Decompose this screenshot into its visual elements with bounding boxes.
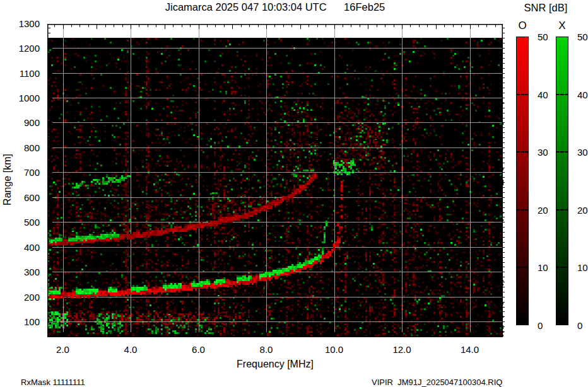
colorbar-tick-label: 0	[577, 320, 588, 331]
rxmask-text: RxMask 11111111	[21, 378, 85, 387]
colorbar-o-label: O	[510, 20, 535, 32]
colorbar-tick-dash	[556, 267, 568, 268]
colorbar-tick-label: 0	[538, 320, 559, 331]
y-tick-label: 400	[7, 242, 40, 253]
y-tick-label: 1200	[7, 43, 40, 54]
colorbar-tick-dash	[516, 151, 529, 153]
y-tick-label: 100	[7, 316, 40, 327]
x-tick-label: 6.0	[182, 344, 215, 355]
source-file-text: VIPIR JM91J_2025047100304.RIQ	[372, 378, 502, 387]
y-tick-label: 200	[7, 292, 40, 303]
x-tick-label: 10.0	[318, 344, 351, 355]
colorbar-tick-label: 20	[577, 205, 588, 216]
y-tick-label: 1000	[7, 93, 40, 103]
colorbar-x-gradient	[556, 37, 568, 325]
x-axis-title: Frequency [MHz]	[212, 359, 338, 370]
x-tick-label: 12.0	[385, 344, 418, 355]
colorbar-tick-label: 50	[577, 32, 588, 42]
colorbar-tick-dash	[516, 209, 529, 211]
x-tick-label: 8.0	[250, 344, 283, 355]
colorbar-tick-label: 30	[577, 147, 588, 158]
colorbar-tick-label: 50	[538, 32, 559, 42]
colorbar-tick-label: 40	[577, 90, 588, 100]
plot-title: Jicamarca 2025 047 10:03:04 UTC 16Feb25	[47, 1, 503, 13]
y-axis-title: Range [km]	[2, 117, 13, 243]
y-tick-label: 1300	[7, 18, 40, 29]
colorbar-o-gradient	[516, 37, 529, 325]
y-tick-label: 1100	[7, 68, 40, 79]
colorbar-tick-label: 10	[577, 262, 588, 273]
x-tick-label: 2.0	[47, 344, 79, 355]
ionogram-page: Jicamarca 2025 047 10:03:04 UTC 16Feb25 …	[0, 0, 588, 387]
colorbar-tick-dash	[516, 94, 529, 95]
x-tick-label: 4.0	[114, 344, 147, 355]
colorbar-title: SNR [dB]	[505, 2, 587, 14]
colorbar-tick-dash	[516, 267, 529, 268]
colorbar-x-label: X	[550, 20, 575, 32]
y-tick-label: 300	[7, 267, 40, 277]
ionogram-plot-canvas	[47, 24, 506, 337]
colorbar-tick-dash	[556, 151, 568, 153]
colorbar-tick-dash	[556, 94, 568, 95]
x-tick-label: 14.0	[454, 344, 486, 355]
colorbar-tick-dash	[556, 209, 568, 211]
